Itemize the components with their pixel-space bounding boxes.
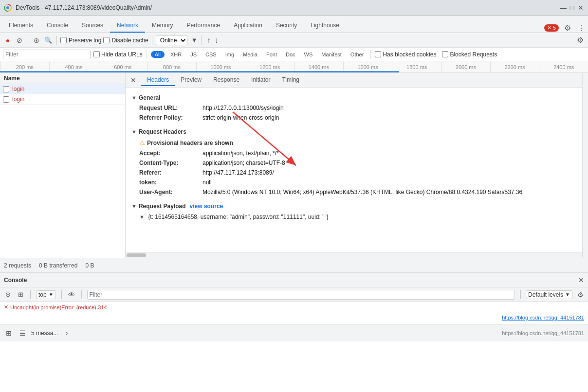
console-clear-button[interactable]: ⊝ xyxy=(3,290,13,300)
toolbar-separator-2 xyxy=(56,36,57,45)
tab-console[interactable]: Console xyxy=(40,19,75,33)
request-list-header: Name xyxy=(0,73,125,84)
token-value: null xyxy=(202,179,212,186)
tabbar-right: ✕ 5 ⚙ ⋮ xyxy=(544,23,586,33)
request-url-label: Request URL: xyxy=(139,105,202,111)
tab-performance[interactable]: Performance xyxy=(180,19,227,33)
type-all-button[interactable]: All xyxy=(151,51,165,58)
upload-button[interactable]: ↑ xyxy=(207,36,211,45)
more-options-icon[interactable]: ⋮ xyxy=(576,23,586,33)
provisional-headers-warning: ⚠ Provisional headers are shown xyxy=(131,137,582,148)
request-url-row: Request URL: http://127.0.0.1:13000/sys/… xyxy=(131,103,582,113)
type-manifest-button[interactable]: Manifest xyxy=(318,51,345,58)
disable-cache-checkbox[interactable]: Disable cache xyxy=(103,37,148,44)
preserve-log-checkbox[interactable]: Preserve log xyxy=(60,37,101,44)
referrer-policy-value: strict-origin-when-cross-origin xyxy=(202,114,279,121)
console-external-link[interactable]: https://blog.csdn.net/qq_44151781 xyxy=(502,315,584,321)
filter-button[interactable]: ⊛ xyxy=(32,36,41,45)
minimize-button[interactable]: — xyxy=(560,4,567,11)
console-header: Console ✕ xyxy=(0,273,588,287)
console-error-icon: ✕ xyxy=(4,304,8,310)
type-xhr-button[interactable]: XHR xyxy=(167,51,184,58)
bottom-bar: ⊞ ☰ 5 messa... › https://blog.csdn.net/q… xyxy=(0,324,588,341)
type-other-button[interactable]: Other xyxy=(348,51,367,58)
detail-h-scrollbar[interactable] xyxy=(126,252,588,258)
request-headers-title: Request Headers xyxy=(139,128,186,135)
blocked-requests-input[interactable] xyxy=(442,51,448,57)
throttle-select[interactable]: Online xyxy=(156,36,187,45)
console-close-button[interactable]: ✕ xyxy=(578,276,584,284)
has-blocked-cookies-checkbox[interactable]: Has blocked cookies xyxy=(375,51,436,58)
expand-icon[interactable]: ▼ xyxy=(191,36,198,44)
close-button[interactable]: ✕ xyxy=(577,4,584,11)
type-img-button[interactable]: Img xyxy=(222,51,237,58)
general-section-header[interactable]: ▼ General xyxy=(131,91,582,103)
bottom-expand-icon[interactable]: ⊞ xyxy=(4,328,14,338)
tab-response[interactable]: Response xyxy=(207,74,245,86)
content-type-label: Content-Type: xyxy=(139,160,202,166)
console-top-button[interactable]: ⊞ xyxy=(16,290,25,300)
request-row-0[interactable]: login xyxy=(0,84,125,94)
console-context-select[interactable]: top ▼ xyxy=(36,290,56,299)
maximize-button[interactable]: □ xyxy=(569,4,575,11)
tab-preview[interactable]: Preview xyxy=(175,74,207,86)
request-payload-arrow-icon: ▼ xyxy=(131,203,137,209)
payload-data: {t: 1614565164658, username: "admin", pa… xyxy=(148,214,328,220)
tab-elements[interactable]: Elements xyxy=(2,19,40,33)
referer-label: Referer: xyxy=(139,169,202,176)
bottom-chevron-icon[interactable]: › xyxy=(62,328,72,338)
tab-headers[interactable]: Headers xyxy=(141,74,175,86)
blocked-requests-checkbox[interactable]: Blocked Requests xyxy=(442,51,497,58)
request-row-1[interactable]: login xyxy=(0,94,125,105)
settings-icon[interactable]: ⚙ xyxy=(563,23,572,33)
type-js-button[interactable]: JS xyxy=(187,51,200,58)
network-toolbar: ● ⊘ ⊛ 🔍 Preserve log Disable cache Onlin… xyxy=(0,33,588,48)
type-doc-button[interactable]: Doc xyxy=(283,51,298,58)
console-eye-icon[interactable]: 👁 xyxy=(67,290,76,300)
search-button[interactable]: 🔍 xyxy=(43,36,53,45)
timeline-mark-7: 1600 ms xyxy=(343,62,392,72)
tab-sources[interactable]: Sources xyxy=(75,19,110,33)
hide-data-urls-input[interactable] xyxy=(93,51,100,57)
tab-initiator[interactable]: Initiator xyxy=(245,74,276,86)
resources-size: 0 B xyxy=(85,262,94,269)
network-settings-icon[interactable]: ⚙ xyxy=(575,36,585,45)
warning-icon: ⚠ xyxy=(139,139,145,146)
view-source-link[interactable]: view source xyxy=(190,203,223,210)
has-blocked-cookies-input[interactable] xyxy=(375,51,381,57)
detail-scrollbar[interactable] xyxy=(582,73,588,258)
type-css-button[interactable]: CSS xyxy=(202,51,220,58)
h-scrollbar-thumb[interactable] xyxy=(127,253,146,257)
request-checkbox-1[interactable] xyxy=(3,96,9,103)
hide-data-urls-checkbox[interactable]: Hide data URLs xyxy=(93,51,143,58)
record-button[interactable]: ● xyxy=(3,36,13,45)
type-media-button[interactable]: Media xyxy=(240,51,260,58)
type-font-button[interactable]: Font xyxy=(263,51,280,58)
timeline-mark-2: 600 ms xyxy=(98,62,147,72)
chrome-icon xyxy=(4,4,12,12)
console-error-row: ✕ Uncaught(in promise)Error: (reduce)-31… xyxy=(4,304,584,310)
type-ws-button[interactable]: WS xyxy=(301,51,316,58)
tab-security[interactable]: Security xyxy=(269,19,304,33)
tab-memory[interactable]: Memory xyxy=(145,19,180,33)
request-headers-section-header[interactable]: ▼ Request Headers xyxy=(131,125,582,137)
request-payload-title: Request Payload xyxy=(139,203,186,210)
console-settings-icon[interactable]: ⚙ xyxy=(575,290,585,300)
preserve-log-input[interactable] xyxy=(60,37,67,43)
detail-close-button[interactable]: ✕ xyxy=(129,75,138,85)
tab-lighthouse[interactable]: Lighthouse xyxy=(304,19,346,33)
console-filter-input[interactable] xyxy=(87,290,515,300)
tab-timing[interactable]: Timing xyxy=(276,74,305,86)
filter-input[interactable] xyxy=(3,50,91,59)
request-payload-section-header[interactable]: ▼ Request Payload view source xyxy=(131,200,582,212)
request-checkbox-0[interactable] xyxy=(3,86,9,92)
console-toolbar: ⊝ ⊞ top ▼ 👁 Default levels ▼ ⚙ xyxy=(0,287,588,302)
tab-network[interactable]: Network xyxy=(110,19,145,33)
tab-application[interactable]: Application xyxy=(227,19,269,33)
stop-button[interactable]: ⊘ xyxy=(15,36,24,45)
detail-content: ▼ General Request URL: http://127.0.0.1:… xyxy=(126,88,588,252)
bottom-list-icon[interactable]: ☰ xyxy=(18,328,27,338)
console-levels-select[interactable]: Default levels ▼ xyxy=(526,290,572,299)
download-button[interactable]: ↓ xyxy=(215,36,219,45)
disable-cache-input[interactable] xyxy=(103,37,110,43)
